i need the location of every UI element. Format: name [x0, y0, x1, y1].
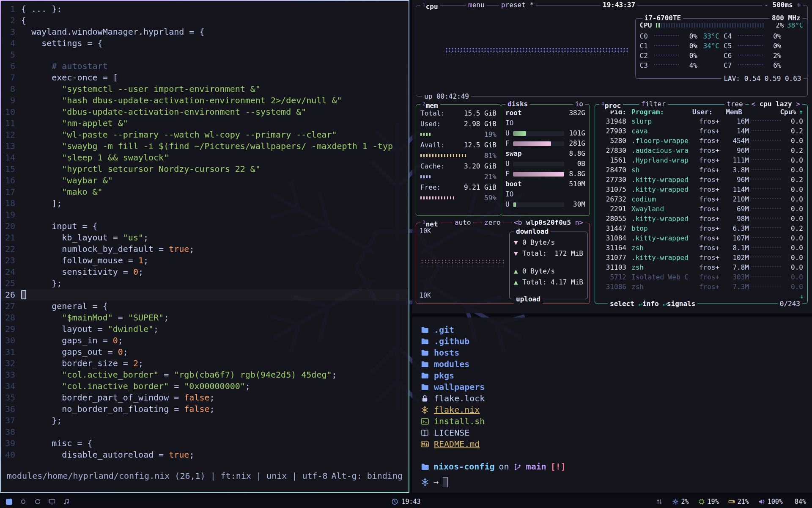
editor-line[interactable]: 22 numlock_by_default = true; [1, 243, 409, 255]
bar-metric-drive[interactable]: 21% [728, 498, 749, 505]
bar-metric-speaker[interactable]: 100% [758, 498, 783, 505]
editor-line[interactable]: 32 border_size = 2; [1, 358, 409, 369]
interval-decrease-button[interactable]: - [764, 1, 768, 9]
proc-row[interactable]: 28470shfros+3.8M0.0 [595, 165, 807, 175]
editor-line[interactable]: 35 border_part_of_window = false; [1, 392, 409, 403]
net-auto-button[interactable]: auto [453, 218, 473, 227]
editor-line[interactable]: 39 misc = { [1, 438, 409, 449]
editor-line[interactable]: 15 "hyprctl setcursor Nordzy-cursors 22 … [1, 163, 409, 175]
proc-tree-button[interactable]: tree [724, 99, 745, 109]
net-scale-bottom: 10K [420, 291, 431, 300]
editor-line[interactable]: 18 ]; [1, 198, 409, 209]
proc-row[interactable]: 31447btopfros+6.3M0.2 [595, 224, 807, 233]
terminal-input-line[interactable]: → [421, 476, 804, 488]
select-action[interactable]: select [610, 300, 634, 308]
workspace-active-indicator[interactable] [6, 499, 12, 505]
menu-button[interactable]: menu [466, 0, 487, 10]
editor-line[interactable]: 31 gaps_out = 0; [1, 346, 409, 358]
proc-row[interactable]: 31086zshfros+7.3M0.0 [595, 282, 807, 292]
proc-filter-button[interactable]: filter [639, 99, 668, 109]
editor-line[interactable]: 24 sensitivity = 0; [1, 266, 409, 278]
proc-cpu: 0.0 [784, 195, 803, 204]
editor-line[interactable]: 14 "sleep 1 && swaylock" [1, 152, 409, 163]
editor-line[interactable]: 36 no_border_on_floating = false; [1, 403, 409, 415]
interval-increase-button[interactable]: + [797, 1, 801, 9]
editor-line[interactable]: 21 kb_layout = "us"; [1, 232, 409, 243]
proc-sort-selector[interactable]: < cpu lazy > [749, 99, 802, 109]
proc-row[interactable]: 27903cavafros+14M0.2 [595, 126, 807, 136]
header-user[interactable]: User: [692, 108, 719, 117]
editor-line[interactable]: 25 }; [1, 278, 409, 289]
editor-line[interactable]: 37 }; [1, 415, 409, 426]
preset-button[interactable]: preset * [499, 0, 536, 10]
editor-line[interactable]: 19 [1, 209, 409, 221]
editor-window[interactable]: 1{ ... }:2{3 wayland.windowManager.hyprl… [0, 0, 409, 493]
update-interval-control[interactable]: - 500ms + [762, 0, 803, 10]
editor-line[interactable]: 3 wayland.windowManager.hyprland = { [1, 26, 409, 38]
net-zero-button[interactable]: zero [482, 218, 503, 227]
editor-line[interactable]: 29 layout = "dwindle"; [1, 323, 409, 335]
editor-line[interactable]: 7 exec-once = [ [1, 72, 409, 83]
proc-row[interactable]: 31948slurpfros+16M0.0 [595, 116, 807, 126]
proc-mem: 6.3M [725, 224, 749, 233]
proc-row[interactable]: 26732codiumfros+210M0.0 [595, 194, 807, 204]
proc-row[interactable]: 27830.audacious-wrafros+96M0.2 [595, 146, 807, 155]
proc-row[interactable]: 31103zshfros+7.8M0.0 [595, 262, 807, 272]
file-item: README.md [421, 439, 804, 450]
proc-row[interactable]: 1561.Hyprland-wrapfros+111M0.0 [595, 155, 807, 165]
terminal-window[interactable]: .git.githubhostsmodulespkgswallpapersfla… [412, 318, 812, 493]
editor-line[interactable]: 8 "systemctl --user import-environment &… [1, 83, 409, 95]
header-memb[interactable]: MemB [719, 108, 742, 117]
editor-line[interactable]: 26 [1, 289, 409, 301]
editor-line[interactable]: 33 "col.active_border" = "rgb(cba6f7) rg… [1, 369, 409, 381]
proc-row[interactable]: 2291Xwaylandfros+69M0.0 [595, 204, 807, 214]
proc-row[interactable]: 27730.kitty-wrappedfros+96M0.2 [595, 175, 807, 185]
editor-line[interactable]: 6 # autostart [1, 61, 409, 72]
editor-line[interactable]: 11 "nm-applet &" [1, 118, 409, 129]
info-action[interactable]: info [642, 300, 659, 308]
clock-widget[interactable]: 19:43 [391, 498, 420, 505]
net-interface-selector[interactable]: <b wlp0s20f0u5 n> [512, 218, 585, 227]
editor-line[interactable]: 13 "swaybg -m fill -i $(find ~/Pictures/… [1, 141, 409, 152]
editor-line[interactable]: 23 follow_mouse = 1; [1, 255, 409, 266]
editor-line[interactable]: 16 "waybar &" [1, 175, 409, 186]
bar-metric-gear[interactable]: 2% [672, 498, 689, 505]
editor-line[interactable]: 5 [1, 49, 409, 61]
editor-line[interactable]: 12 "wl-paste --primary --watch wl-copy -… [1, 129, 409, 141]
disks-io-toggle[interactable]: io [573, 99, 585, 109]
editor-line[interactable]: 30 gaps_in = 0; [1, 335, 409, 346]
editor-line[interactable]: 28 "$mainMod" = "SUPER"; [1, 312, 409, 323]
editor-line[interactable]: 1{ ... }: [1, 3, 409, 15]
proc-footer-actions[interactable]: select ↵info ↵signals [608, 299, 697, 309]
editor-line[interactable]: 34 "col.inactive_border" = "0x00000000"; [1, 381, 409, 392]
net-scale-top: 10K [420, 226, 431, 236]
editor-line[interactable]: 4 settings = { [1, 38, 409, 49]
proc-cpu: 0.0 [784, 234, 803, 243]
header-cpu[interactable]: Cpu% [777, 108, 796, 117]
proc-row[interactable]: 31084.kitty-wrappedfros+107M0.0 [595, 233, 807, 243]
proc-row[interactable]: 31075.kitty-wrappedfros+114M0.0 [595, 185, 807, 194]
editor-line[interactable]: 10 "dbus-update-activation-environment -… [1, 106, 409, 118]
mem-meter-row: 19% [420, 129, 497, 140]
editor-line[interactable]: 40 disable_autoreload = true; [1, 449, 409, 461]
proc-row[interactable]: 28055.kitty-wrappedfros+98M0.0 [595, 214, 807, 224]
editor-line[interactable]: 38 [1, 426, 409, 438]
btop-window[interactable]: 1cpu menu preset * 19:43:37 - 500ms + i7… [412, 0, 812, 313]
editor-line[interactable]: 2{ [1, 15, 409, 26]
editor-line[interactable]: 20 input = { [1, 221, 409, 232]
sort-direction-indicator[interactable]: ↑ [796, 108, 803, 117]
editor-line[interactable]: 17 "mako &" [1, 186, 409, 198]
bar-metric-sun[interactable]: 84% [792, 498, 806, 505]
proc-cpu-meter [752, 179, 781, 179]
line-code: border_part_of_window = false; [21, 392, 215, 403]
editor-line[interactable]: 9 "hash dbus-update-activation-environme… [1, 95, 409, 106]
proc-row[interactable]: 31077.kitty-wrappedfros+102M0.0 [595, 253, 807, 262]
bar-metric-chip[interactable]: 19% [698, 498, 719, 505]
proc-row[interactable]: 31164zshfros+8.1M0.0 [595, 243, 807, 253]
signals-action[interactable]: signals [667, 300, 695, 308]
header-program[interactable]: Program: [631, 108, 692, 117]
proc-row[interactable]: 5280.floorp-wrappefros+454M0.0 [595, 136, 807, 146]
proc-row[interactable]: 5712Isolated Web Cfros+303M0.0 [595, 272, 807, 282]
disk-io-row: IO [505, 189, 585, 199]
editor-line[interactable]: 27 general = { [1, 301, 409, 312]
